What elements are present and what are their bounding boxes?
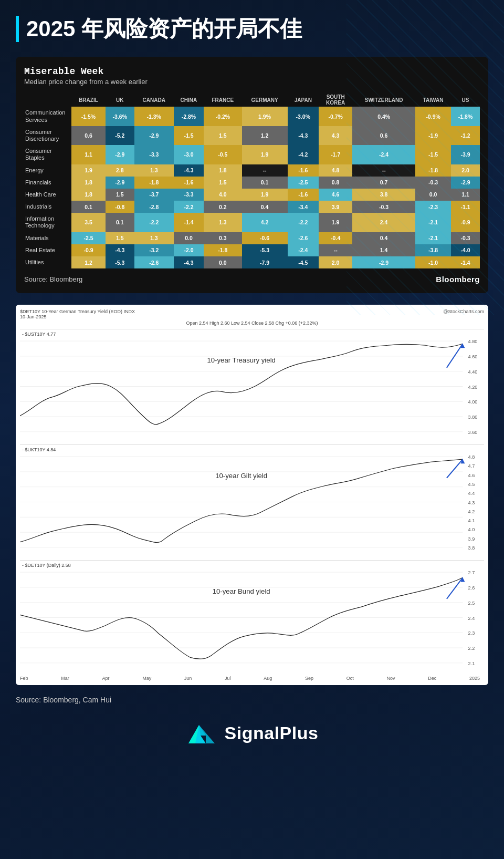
heatmap-cell: -3.0% — [288, 107, 319, 126]
heatmap-cell: -0.8 — [106, 201, 134, 213]
chart-panel-1: - $UKT10Y 4.844.84.74.64.54.44.34.24.14.… — [20, 444, 484, 560]
heatmap-cell: -3.0 — [174, 145, 204, 164]
chart-ohlc: Open 2.54 High 2.60 Low 2.54 Close 2.58 … — [20, 320, 484, 326]
heatmap-cell: -0.2% — [204, 107, 242, 126]
col-switzerland: SWITZERLAND — [352, 93, 415, 107]
heatmap-cell: 1.2 — [242, 126, 288, 145]
heatmap-table: BRAZIL UK CANADA CHINA FRANCE GERMANY JA… — [24, 93, 480, 268]
x-axis-label: Jun — [184, 676, 192, 681]
svg-text:3.9: 3.9 — [468, 536, 475, 542]
footer-brand: SignalPlus — [16, 720, 488, 746]
heatmap-card: Miserable Week Median price change from … — [16, 57, 488, 293]
heatmap-cell: 0.4% — [352, 107, 415, 126]
heatmap-cell: -0.9 — [451, 213, 480, 232]
heatmap-cell: -4.3 — [174, 256, 204, 268]
heatmap-cell: -2.0 — [174, 244, 204, 256]
heatmap-cell: 0.2 — [204, 201, 242, 213]
heatmap-cell: -2.9 — [451, 177, 480, 189]
svg-text:4.00: 4.00 — [468, 400, 478, 405]
heatmap-cell: -1.6 — [288, 164, 319, 177]
svg-text:4.4: 4.4 — [468, 491, 475, 496]
heatmap-cell: 4.8 — [319, 164, 352, 177]
svg-line-23 — [447, 459, 463, 478]
brand-name: SignalPlus — [225, 723, 319, 743]
heatmap-cell: 0.4 — [242, 201, 288, 213]
x-axis-label: Sep — [305, 676, 313, 681]
heatmap-cell: -1.6 — [288, 189, 319, 201]
heatmap-cell: -1.8 — [204, 244, 242, 256]
heatmap-cell: -2.9 — [106, 177, 134, 189]
svg-text:3.60: 3.60 — [468, 430, 478, 435]
heatmap-cell: -1.2 — [451, 126, 480, 145]
svg-text:4.20: 4.20 — [468, 385, 478, 390]
heatmap-cell: -- — [242, 164, 288, 177]
row-label: Communication Services — [24, 107, 71, 126]
heatmap-cell: -0.9% — [415, 107, 451, 126]
heatmap-source-row: Source: Bloomberg Bloomberg — [24, 275, 480, 284]
svg-text:4.8: 4.8 — [468, 454, 475, 460]
svg-text:2.1: 2.1 — [468, 661, 475, 666]
page-wrapper: 2025 年风险资产的开局不佳 Miserable Week Median pr… — [0, 0, 504, 767]
row-label: Industrials — [24, 201, 71, 213]
chart-panel-label-1: - $UKT10Y 4.84 — [20, 447, 484, 452]
heatmap-cell: 1.3 — [134, 232, 174, 244]
svg-text:2.4: 2.4 — [468, 616, 475, 621]
heatmap-cell: 1.9 — [319, 213, 352, 232]
heatmap-cell: -3.6% — [106, 107, 134, 126]
heatmap-cell: 1.3 — [134, 164, 174, 177]
heatmap-cell: 1.5 — [204, 126, 242, 145]
chart-panel-label-0: - $UST10Y 4.77 — [20, 332, 484, 337]
heatmap-cell: 1.1 — [451, 189, 480, 201]
col-taiwan: TAIWAN — [415, 93, 451, 107]
col-germany: GERMANY — [242, 93, 288, 107]
x-axis-label: Nov — [386, 676, 395, 681]
col-brazil: BRAZIL — [71, 93, 106, 107]
heatmap-cell: -4.3 — [288, 126, 319, 145]
heatmap-cell: 4.6 — [319, 189, 352, 201]
x-axis-label: Jul — [225, 676, 231, 681]
chart-top-bar: $DET10Y 10-Year German Treasury Yield (E… — [20, 309, 484, 319]
svg-text:4.3: 4.3 — [468, 500, 475, 505]
col-canada: CANADA — [134, 93, 174, 107]
heatmap-cell: 1.3 — [204, 213, 242, 232]
x-axis-label: Apr — [102, 676, 109, 681]
chart-center-label-0: 10-year Treasury yield — [207, 356, 275, 364]
signalplus-logo-icon — [186, 720, 217, 746]
heatmap-cell: -- — [319, 244, 352, 256]
heatmap-cell: 2.0 — [319, 256, 352, 268]
chart-panel-label-2: - $DET10Y (Daily) 2.58 — [20, 563, 484, 568]
heatmap-cell: 0.1 — [106, 213, 134, 232]
heatmap-cell: -2.9 — [352, 256, 415, 268]
heatmap-cell: -4.2 — [288, 145, 319, 164]
heatmap-cell: -1.3% — [134, 107, 174, 126]
row-label: Utilities — [24, 256, 71, 268]
x-axis-label: May — [142, 676, 151, 681]
heatmap-title: Miserable Week — [24, 66, 480, 77]
heatmap-cell: 1.9 — [71, 164, 106, 177]
row-label: Consumer Discretionary — [24, 126, 71, 145]
heatmap-cell: -2.4 — [352, 145, 415, 164]
svg-text:4.6: 4.6 — [468, 473, 475, 478]
heatmap-cell: -4.5 — [288, 256, 319, 268]
heatmap-cell: 0.1 — [71, 201, 106, 213]
heatmap-cell: 4.0 — [204, 189, 242, 201]
svg-text:4.1: 4.1 — [468, 518, 475, 523]
heatmap-cell: -5.3 — [242, 244, 288, 256]
heatmap-cell: -1.0 — [415, 256, 451, 268]
heatmap-cell: -3.7 — [134, 189, 174, 201]
heatmap-cell: -2.5 — [288, 177, 319, 189]
heatmap-cell: 0.7 — [352, 177, 415, 189]
heatmap-cell: -2.6 — [134, 256, 174, 268]
chart-source: @StockCharts.com — [443, 309, 484, 314]
col-header-empty — [24, 93, 71, 107]
heatmap-cell: -1.9 — [415, 126, 451, 145]
svg-text:4.40: 4.40 — [468, 369, 478, 375]
heatmap-cell: -2.2 — [288, 213, 319, 232]
svg-text:2.7: 2.7 — [468, 570, 475, 575]
heatmap-cell: 1.9 — [242, 189, 288, 201]
svg-text:2.6: 2.6 — [468, 585, 475, 591]
heatmap-cell: 1.5 — [106, 189, 134, 201]
svg-text:4.5: 4.5 — [468, 482, 475, 487]
svg-text:4.60: 4.60 — [468, 354, 478, 359]
col-south-korea: SOUTHKOREA — [319, 93, 352, 107]
